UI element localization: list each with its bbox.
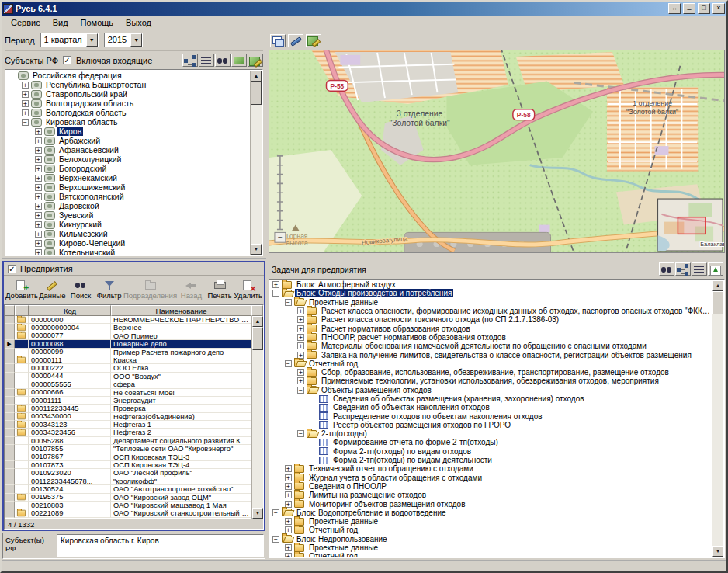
add-button[interactable]: Добавить (5, 276, 38, 303)
enterprise-row[interactable]: 00000666Не соваться! Мое! (5, 389, 251, 397)
expand-icon[interactable]: + (22, 100, 29, 107)
enterprise-row[interactable]: 00000000НЕКОММЕРЧЕСКОЕ ПАРТНЕРСТВО ГРАЖД… (5, 316, 251, 324)
region-tree-item[interactable]: +Верхнекамский (6, 173, 250, 182)
enterprise-row[interactable]: 000112233445Проверка (5, 405, 251, 412)
task-tree-item[interactable]: +Технический отчет по обращению с отхода… (270, 464, 712, 473)
scroll-thumb[interactable] (251, 82, 262, 105)
task-tree-item[interactable]: Форма 2-тп(отходы) по видам отходов (270, 447, 712, 456)
scroll-down-icon[interactable]: ▼ (712, 546, 723, 557)
scroll-up-icon[interactable]: ▲ (252, 316, 263, 327)
expand-icon[interactable]: + (297, 316, 304, 323)
expand-icon[interactable]: + (35, 165, 42, 172)
region-tree-item[interactable]: +Кирово-Чепецкий (6, 238, 250, 248)
expand-icon[interactable]: + (35, 184, 42, 191)
enterprise-row[interactable]: 00000444ООО "Воздух" (5, 373, 251, 380)
expand-icon[interactable]: + (285, 544, 292, 551)
region-tree-item[interactable]: +Белохолуницкий (6, 155, 250, 164)
region-tree-scrollbar[interactable]: ▲ ▼ (250, 71, 262, 255)
enterprise-row[interactable]: 00221089ОАО "Кировский станкостроительны… (5, 509, 251, 517)
expand-icon[interactable]: + (35, 193, 42, 200)
enterprise-row[interactable]: 00210803ОАО "Кировский машзавод 1 Мая (5, 502, 251, 509)
enterprise-row[interactable]: ▶00000088Пожарные депо (5, 340, 251, 348)
expand-icon[interactable]: + (297, 325, 304, 332)
expand-icon[interactable]: + (297, 369, 304, 376)
map-view[interactable]: Р-58 Р-58 3 отделение "Золотой балки" 1 … (269, 50, 725, 253)
enterprise-row[interactable]: 000000000004Верхнее (5, 324, 251, 332)
task-tree-item[interactable]: +Расчет класса опасности токсичного отхо… (270, 315, 712, 324)
region-tree-item[interactable]: +Кильмезский (6, 229, 250, 238)
expand-icon[interactable]: + (35, 231, 42, 238)
collapse-icon[interactable]: − (297, 430, 304, 437)
task-tree-item[interactable]: −Объекты размещения отходов (270, 386, 712, 394)
expand-icon[interactable]: + (285, 474, 292, 481)
task-tree-item[interactable]: Сведения об объектах накопления отходов (270, 403, 712, 412)
expand-icon[interactable]: + (35, 137, 42, 144)
expand-icon[interactable]: + (35, 147, 42, 154)
collapse-icon[interactable]: − (285, 299, 292, 306)
task-tree-item[interactable]: Распределение отходов по объектам накопл… (270, 412, 712, 420)
enterprise-row[interactable]: 000343123Нефтегаз 1 (5, 421, 251, 429)
task-tree-item[interactable]: +ПНООЛР, расчет нормативов образования о… (270, 333, 712, 342)
scroll-down-icon[interactable]: ▼ (252, 508, 263, 519)
quarter-select[interactable]: 1 квартал ▼ (40, 33, 99, 47)
tasks-scrollbar[interactable]: ▲ ▼ (712, 280, 723, 557)
collapse-icon[interactable]: − (297, 387, 304, 394)
task-tree-item[interactable]: +Отчетный год (270, 526, 712, 534)
enterprise-row[interactable]: 00107867ОСП Кировская ТЭЦ-3 (5, 453, 251, 461)
expand-icon[interactable]: + (35, 156, 42, 163)
enterprise-row[interactable]: 0003430000Нефтегаз(объединение) (5, 413, 251, 421)
expand-icon[interactable]: + (297, 377, 304, 384)
expand-icon[interactable]: + (297, 307, 304, 314)
collapse-icon[interactable]: − (272, 509, 279, 516)
task-tree-item[interactable]: Сведения об объектах размещения (хранени… (270, 394, 712, 403)
grid-scrollbar[interactable]: ▲ ▼ (251, 316, 263, 519)
task-tree-item[interactable]: −2-тп(отходы) (270, 429, 712, 438)
enterprise-row[interactable]: 00034323456Нефтегаз 2 (5, 429, 251, 436)
collapse-icon[interactable]: − (272, 536, 279, 543)
enterprise-row[interactable]: 00130524ОАО "Автотранспортное хозяйство" (5, 485, 251, 493)
enterprises-checkbox[interactable] (8, 265, 16, 273)
hierarchy-button[interactable] (675, 262, 691, 276)
region-tree-item[interactable]: +Кикнурский (6, 220, 250, 229)
region-tree-item[interactable]: +Арбажский (6, 136, 250, 145)
expand-icon[interactable]: + (285, 483, 292, 490)
task-tree-item[interactable]: Формирование отчета по форме 2-тп(отходы… (270, 438, 712, 446)
task-tree-item[interactable]: +Материалы обоснования намечаемой деятел… (270, 342, 712, 350)
expand-icon[interactable]: + (35, 240, 42, 247)
expand-icon[interactable]: + (285, 526, 292, 533)
expand-icon[interactable]: + (285, 491, 292, 498)
delete-button[interactable]: Удалить (234, 276, 262, 303)
expand-icon[interactable]: + (35, 175, 42, 182)
expand-icon[interactable]: + (22, 109, 29, 116)
expand-icon[interactable]: + (35, 203, 42, 210)
task-tree-item[interactable]: −Блок: Отходы производства и потребления (270, 289, 712, 297)
map-edit-button[interactable] (306, 34, 321, 47)
menu-item-0[interactable]: Сервис (5, 17, 46, 28)
expand-icon[interactable]: + (272, 281, 279, 288)
list-button[interactable] (199, 54, 214, 67)
hierarchy-button[interactable] (182, 54, 198, 67)
close-button[interactable]: × (712, 3, 725, 14)
task-tree-item[interactable]: +Расчет класса опасности, формирование и… (270, 307, 712, 315)
expand-icon[interactable]: + (285, 465, 292, 472)
scroll-thumb[interactable] (252, 327, 263, 350)
region-tree-item[interactable]: +Волгоградская область (6, 99, 250, 108)
chevron-down-icon[interactable]: ▼ (130, 33, 142, 47)
region-tree-item[interactable]: +Ставропольский край (6, 89, 250, 99)
region-tree-item[interactable]: +Вятскополянский (6, 192, 250, 201)
include-nested-checkbox[interactable] (63, 56, 71, 64)
data-button[interactable]: Данные (38, 276, 67, 303)
task-tree-item[interactable]: +Блок: Атмосферный воздух (270, 280, 712, 289)
map-edit-button[interactable] (248, 54, 263, 67)
region-tree-item[interactable]: −Кировская область (6, 117, 250, 127)
task-tree-item[interactable]: Форма 2-тп(отходы) по видам деятельности (270, 456, 712, 464)
scroll-down-icon[interactable]: ▼ (251, 244, 262, 255)
expand-icon[interactable]: + (297, 342, 304, 349)
task-tree-item[interactable]: Реестр объектов размещения отходов по ГР… (270, 421, 712, 429)
task-tree-item[interactable]: +Сведения о ПНООЛР (270, 482, 712, 491)
search-button[interactable]: Поиск (67, 276, 95, 303)
task-tree-item[interactable]: +Сбор, образование, использование, обезв… (270, 368, 712, 377)
task-tree-item[interactable]: +Журнал учета в области обращения с отхо… (270, 474, 712, 482)
enterprise-row[interactable]: 0010923020ОАО "Лесной профиль" (5, 469, 251, 477)
expand-icon[interactable]: + (285, 501, 292, 508)
